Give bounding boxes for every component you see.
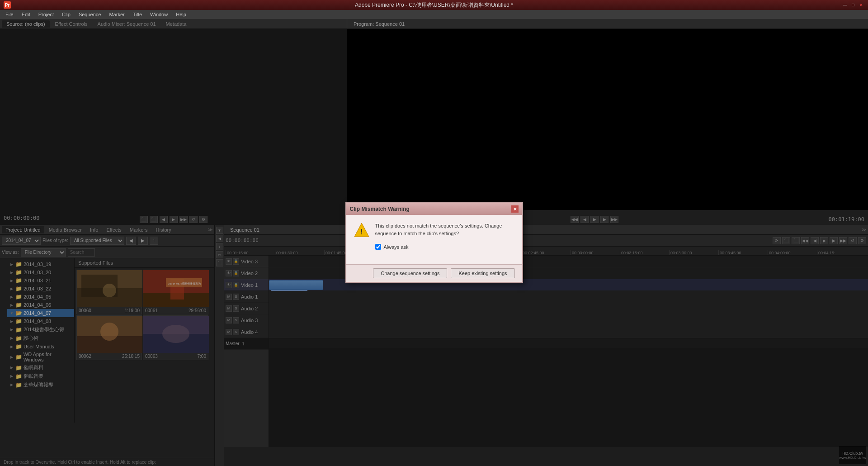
app-title: Adobe Premiere Pro - C:\使用者\USER\桌面\新增資料…	[355, 1, 513, 9]
always-ask-checkbox[interactable]	[375, 244, 381, 250]
dialog-checkbox-row: Always ask	[375, 244, 515, 250]
menu-sequence[interactable]: Sequence	[75, 11, 105, 18]
minimize-button[interactable]: —	[842, 2, 848, 8]
dialog-body: ! This clip does not match the sequence'…	[346, 215, 522, 264]
maximize-button[interactable]: □	[850, 2, 856, 8]
change-sequence-button[interactable]: Change sequence settings	[373, 268, 447, 278]
dialog-title-bar: Clip Mismatch Warning ✕	[346, 203, 522, 215]
close-button[interactable]: ✕	[858, 2, 864, 8]
window-controls: — □ ✕	[842, 2, 864, 8]
title-bar: Pr Adobe Premiere Pro - C:\使用者\USER\桌面\新…	[0, 0, 868, 10]
menu-clip[interactable]: Clip	[58, 11, 74, 18]
dialog-title: Clip Mismatch Warning	[350, 206, 410, 212]
dialog-message-row: ! This clip does not match the sequence'…	[354, 222, 515, 238]
app-icon: Pr	[4, 1, 11, 9]
watermark-top: HD.Club.tw	[842, 451, 863, 456]
dialog-overlay: Clip Mismatch Warning ✕ ! This clip does…	[0, 19, 868, 466]
keep-settings-button[interactable]: Keep existing settings	[451, 268, 514, 278]
menu-help[interactable]: Help	[172, 11, 190, 18]
dialog-message-text: This clip does not match the sequence's …	[375, 222, 515, 237]
menu-bar: File Edit Project Clip Sequence Marker T…	[0, 10, 868, 19]
dialog-close-button[interactable]: ✕	[511, 205, 519, 213]
menu-window[interactable]: Window	[146, 11, 171, 18]
menu-project[interactable]: Project	[35, 11, 57, 18]
watermark: HD.Club.tw www.HD.Club.tw	[839, 446, 866, 464]
dialog-buttons: Change sequence settings Keep existing s…	[346, 264, 522, 282]
menu-edit[interactable]: Edit	[18, 11, 34, 18]
menu-title[interactable]: Title	[129, 11, 146, 18]
clip-mismatch-dialog: Clip Mismatch Warning ✕ ! This clip does…	[345, 202, 523, 283]
always-ask-label[interactable]: Always ask	[384, 244, 409, 250]
warning-icon: !	[354, 222, 370, 238]
menu-marker[interactable]: Marker	[105, 11, 128, 18]
menu-file[interactable]: File	[2, 11, 17, 18]
svg-text:!: !	[360, 228, 363, 236]
watermark-bottom: www.HD.Club.tw	[839, 456, 866, 460]
